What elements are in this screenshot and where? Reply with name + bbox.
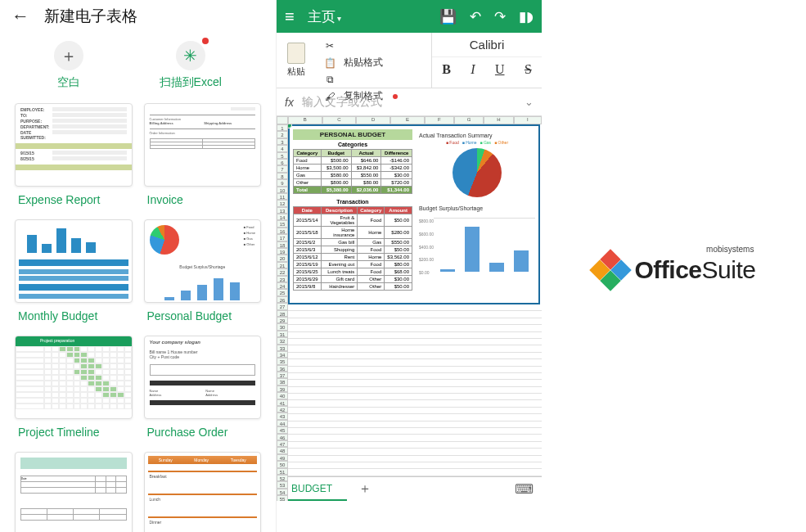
undo-icon[interactable]: ↶	[470, 8, 481, 25]
template-thumb	[15, 219, 133, 303]
template-timeline[interactable]: Project preparationProject Timeline	[15, 336, 133, 440]
app-topbar: ≡ 主页 💾 ↶ ↷ ▮◗	[277, 0, 542, 33]
paste-format-button[interactable]: 📋粘贴格式	[316, 54, 404, 71]
sheet-tabs-bar: BUDGET ＋ ⌨	[277, 476, 542, 501]
back-icon[interactable]: ←	[11, 6, 29, 27]
clipboard-subactions: ✂ 📋粘贴格式 ⧉ 🖌复制格式	[316, 33, 404, 88]
bar-home	[465, 227, 480, 272]
pie-chart	[453, 148, 502, 197]
template-label: Expense Report	[15, 187, 133, 208]
new-badge-icon	[202, 38, 209, 44]
underline-button[interactable]: U	[495, 62, 505, 77]
template-label: Purchase Order	[144, 419, 262, 440]
scan-to-excel-action[interactable]: ✳ 扫描到Excel	[160, 41, 222, 90]
font-style-row: B I U S	[432, 57, 542, 82]
select-all-corner[interactable]	[277, 116, 288, 124]
template-weekly[interactable]: SundayMondayTuesdayBreakfastLunchDinnerW…	[144, 452, 262, 532]
blank-label: 空白	[54, 75, 83, 90]
new-blank-action[interactable]: ＋ 空白	[54, 41, 83, 90]
row-headers[interactable]: 1234567891011121314151617181920212223242…	[277, 124, 288, 501]
branding-panel: mobisystems OfficeSuite	[542, 0, 806, 532]
categories-heading: Categories	[293, 142, 412, 147]
clipboard-group: 粘贴 ✂ 📋粘贴格式 ⧉ 🖌复制格式	[277, 33, 432, 88]
template-thumb: Date	[15, 452, 133, 532]
officesuite-logo: mobisystems OfficeSuite	[592, 245, 756, 288]
template-thumb: SundayMondayTuesdayBreakfastLunchDinner	[144, 452, 262, 532]
template-invoice[interactable]: Customer InformationBilling AddressShipp…	[144, 103, 262, 208]
copy-button[interactable]: ⧉	[316, 71, 404, 88]
spreadsheet-app-panel: ≡ 主页 💾 ↶ ↷ ▮◗ 粘贴 ✂ 📋粘贴格式 ⧉ 🖌复制格式 Calibri	[277, 0, 542, 532]
chevron-down-icon[interactable]: ⌄	[525, 96, 534, 108]
template-personal[interactable]: ■ Food■ Home■ Gas■ OtherBudget Surplus/S…	[144, 219, 262, 324]
pie-legend: FoodHomeGasOther	[419, 140, 535, 145]
bar-chart-title: Budget Surplus/Shortage	[419, 205, 535, 211]
formula-input[interactable]: 输入文字或公式	[302, 95, 516, 110]
template-purchase[interactable]: Your company sloganBill name 1 House num…	[144, 336, 262, 440]
doc-title: PERSONAL BUDGET	[293, 129, 412, 140]
transactions-heading: Transaction	[293, 199, 412, 205]
sheet-area[interactable]: BCDEFGHI 1234567891011121314151617181920…	[277, 116, 542, 501]
categories-table[interactable]: CategoryBudgetActualDifferenceFood$500.0…	[293, 149, 412, 194]
template-thumb: Customer InformationBilling AddressShipp…	[144, 103, 262, 187]
template-label: Project Timeline	[15, 419, 133, 440]
font-selector[interactable]: Calibri	[432, 33, 542, 57]
template-grid[interactable]: EMPLOYEE:TO:PURPOSE:DEPARTMENT:DATE SUBM…	[0, 103, 276, 532]
selected-range[interactable]: PERSONAL BUDGET Categories CategoryBudge…	[288, 124, 540, 304]
ribbon: 粘贴 ✂ 📋粘贴格式 ⧉ 🖌复制格式 Calibri B I U S	[277, 33, 542, 88]
empty-cells[interactable]	[288, 304, 542, 501]
paste-label: 粘贴	[287, 65, 305, 78]
save-icon[interactable]: 💾	[439, 8, 457, 25]
copy-icon: ⧉	[322, 73, 337, 86]
redo-icon[interactable]: ↷	[494, 8, 506, 25]
scan-label: 扫描到Excel	[160, 75, 222, 90]
brand-name: OfficeSuite	[635, 256, 756, 284]
template-thumb: ■ Food■ Home■ Gas■ OtherBudget Surplus/S…	[144, 219, 262, 303]
topbar-actions: 💾 ↶ ↷ ▮◗	[439, 8, 534, 25]
ribbon-tab-home[interactable]: 主页	[308, 7, 439, 26]
scissors-icon: ✂	[322, 39, 337, 52]
budget-charts: Actual Transaction Summary FoodHomeGasOt…	[416, 126, 538, 303]
template-label: Monthly Budget	[15, 303, 133, 324]
template-trip[interactable]: DateTrip Organizer	[15, 452, 133, 532]
cut-button[interactable]: ✂	[316, 38, 404, 54]
template-picker-panel: ← 新建电子表格 ＋ 空白 ✳ 扫描到Excel EMPLOYEE:TO:PUR…	[0, 0, 277, 532]
font-group: Calibri B I U S	[432, 33, 542, 88]
pie-chart-title: Actual Transaction Summary	[419, 133, 535, 138]
bar-food	[440, 269, 455, 272]
panel1-header: ← 新建电子表格	[0, 0, 276, 33]
template-monthly[interactable]: Monthly Budget	[15, 219, 133, 324]
template-label: Personal Budget	[144, 303, 262, 324]
book-icon[interactable]: ▮◗	[519, 8, 534, 25]
fx-label[interactable]: fx	[285, 96, 294, 109]
template-thumb: EMPLOYEE:TO:PURPOSE:DEPARTMENT:DATE SUBM…	[15, 103, 133, 187]
bold-button[interactable]: B	[442, 62, 451, 77]
bar-chart: $800.00$600.00$400.00$200.00$0.00	[434, 218, 535, 275]
bar-y-axis: $800.00$600.00$400.00$200.00$0.00	[419, 219, 434, 275]
sheet-content[interactable]: PERSONAL BUDGET Categories CategoryBudge…	[288, 124, 542, 501]
paste-format-icon: 📋	[322, 56, 337, 70]
transactions-table[interactable]: DateDescriptionCategoryAmount2015/5/14Fr…	[293, 206, 412, 291]
column-headers[interactable]: BCDEFGHI	[288, 116, 542, 124]
budget-tables: PERSONAL BUDGET Categories CategoryBudge…	[290, 126, 416, 303]
keyboard-toggle-icon[interactable]: ⌨	[515, 481, 534, 497]
panel1-title: 新建电子表格	[44, 6, 137, 27]
logo-mark-icon	[592, 252, 628, 288]
paste-button[interactable]: 粘贴	[277, 33, 316, 88]
template-thumb: Project preparation	[15, 336, 133, 419]
new-sheet-actions: ＋ 空白 ✳ 扫描到Excel	[0, 33, 276, 103]
template-thumb: Your company sloganBill name 1 House num…	[144, 336, 262, 419]
bar-gas	[489, 263, 504, 272]
hamburger-icon[interactable]: ≡	[285, 7, 295, 26]
italic-button[interactable]: I	[471, 62, 475, 77]
clipboard-icon	[287, 43, 305, 64]
plus-icon: ＋	[54, 41, 83, 70]
template-expense[interactable]: EMPLOYEE:TO:PURPOSE:DEPARTMENT:DATE SUBM…	[15, 103, 133, 208]
camera-aperture-icon: ✳	[176, 41, 205, 70]
bar-other	[514, 250, 529, 272]
add-sheet-button[interactable]: ＋	[347, 480, 383, 498]
template-label: Invoice	[144, 187, 262, 208]
strikethrough-button[interactable]: S	[525, 62, 532, 77]
